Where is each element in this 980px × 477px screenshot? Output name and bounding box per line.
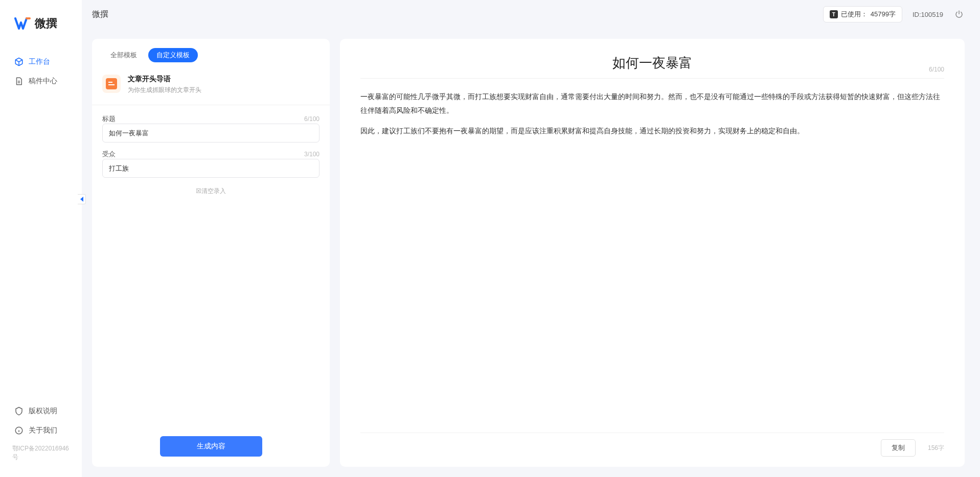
doc-paragraph: 一夜暴富的可能性几乎微乎其微，而打工族想要实现财富自由，通常需要付出大量的时间和… [360,90,944,117]
nav-item-workspace[interactable]: 工作台 [0,52,82,71]
main: 微撰 T 已使用： 45799字 ID:100519 全部模板 [82,0,980,477]
nav-label: 版权说明 [29,407,57,416]
document-icon [14,77,24,86]
nav-label: 稿件中心 [29,77,57,86]
tab-custom-templates[interactable]: 自定义模板 [148,48,198,62]
doc-title[interactable]: 如何一夜暴富 [612,54,692,72]
field-count: 6/100 [304,115,320,123]
template-desc: 为你生成抓眼球的文章开头 [128,86,201,94]
doc-title-row: 如何一夜暴富 6/100 [360,54,944,79]
icp-text: 鄂ICP备2022016946号 [0,440,82,462]
cube-icon [14,57,24,66]
field-label: 标题 [102,114,116,124]
text-icon: T [830,10,838,18]
field-label: 受众 [102,150,116,159]
sidebar: 微撰 工作台 [0,0,82,477]
workspace: 全部模板 自定义模板 文章开头导语 为你生成抓眼球的文章开头 标题 [82,29,980,477]
nav-item-copyright[interactable]: 版权说明 [0,401,82,421]
template-tabs: 全部模板 自定义模板 [92,48,330,68]
logo-text: 微撰 [35,16,57,31]
panel-form: 全部模板 自定义模板 文章开头导语 为你生成抓眼球的文章开头 标题 [92,39,330,467]
page-title: 微撰 [92,9,108,20]
char-count: 156字 [928,444,944,452]
logo[interactable]: 微撰 [0,15,82,47]
clear-input-link[interactable]: ☒清空录入 [102,185,320,196]
nav-item-about[interactable]: 关于我们 [0,421,82,440]
doc-paragraph: 因此，建议打工族们不要抱有一夜暴富的期望，而是应该注重积累财富和提高自身技能，通… [360,124,944,138]
template-title: 文章开头导语 [128,75,201,84]
title-input[interactable] [102,124,320,142]
doc-title-count: 6/100 [929,66,944,73]
template-icon [102,75,121,93]
power-button[interactable] [953,9,965,20]
header: 微撰 T 已使用： 45799字 ID:100519 [82,0,980,29]
sidebar-bottom: 版权说明 关于我们 鄂ICP备2022016946号 [0,401,82,467]
field-count: 3/100 [304,151,320,158]
user-id: ID:100519 [913,11,943,18]
form: 标题 6/100 受众 3/100 ☒清空录入 [92,105,330,196]
generate-button[interactable]: 生成内容 [160,436,262,457]
usage-label: 已使用： [841,10,868,19]
audience-input[interactable] [102,159,320,178]
doc-body[interactable]: 一夜暴富的可能性几乎微乎其微，而打工族想要实现财富自由，通常需要付出大量的时间和… [360,79,944,433]
info-icon [14,426,24,435]
shield-icon [14,407,24,416]
doc-footer: 复制 156字 [360,433,944,457]
field-audience: 受众 3/100 [102,150,320,178]
template-header: 文章开头导语 为你生成抓眼球的文章开头 [92,68,330,105]
nav-label: 工作台 [29,57,50,66]
logo-icon [14,15,31,32]
copy-button[interactable]: 复制 [881,439,916,457]
usage-chip[interactable]: T 已使用： 45799字 [823,6,902,22]
nav: 工作台 稿件中心 [0,47,82,401]
sidebar-collapse-handle[interactable] [78,194,86,204]
panel-output: 如何一夜暴富 6/100 一夜暴富的可能性几乎微乎其微，而打工族想要实现财富自由… [340,39,965,467]
field-title: 标题 6/100 [102,114,320,142]
usage-value: 45799字 [871,10,896,19]
tab-all-templates[interactable]: 全部模板 [102,48,145,62]
nav-item-drafts[interactable]: 稿件中心 [0,71,82,91]
nav-label: 关于我们 [29,426,57,435]
